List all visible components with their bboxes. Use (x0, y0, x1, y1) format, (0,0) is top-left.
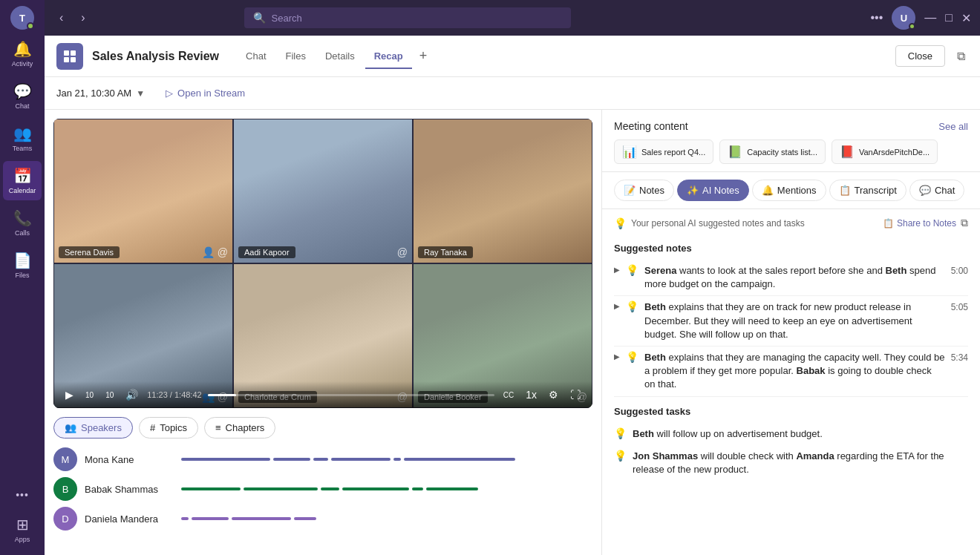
speaker-bar (393, 458, 401, 461)
copy-button[interactable]: ⧉ (961, 217, 968, 229)
fullscreen-button[interactable]: ⛶ (567, 387, 584, 402)
note-time-1: 5:00 (951, 266, 968, 276)
stream-label: Open in Stream (177, 88, 245, 99)
speed-button[interactable]: 1x (523, 387, 540, 402)
sidebar-item-teams[interactable]: 👥 Teams (3, 119, 42, 158)
overlay-icons-2: @ (397, 246, 408, 258)
sidebar-label: Apps (15, 536, 30, 543)
sidebar-item-apps[interactable]: ⊞ Apps (3, 510, 42, 549)
note-expand-2[interactable]: ▶ (614, 301, 620, 310)
meeting-icon (56, 43, 83, 70)
tab-topics[interactable]: # Topics (139, 417, 198, 439)
maximize-icon[interactable]: □ (945, 11, 953, 24)
note-expand-1[interactable]: ▶ (614, 264, 620, 274)
sidebar-item-chat[interactable]: 💬 Chat (3, 76, 42, 116)
speakers-tab-label: Speakers (81, 422, 122, 433)
capacity-file-name: Capacity stats list... (747, 148, 817, 157)
content-file-pitch[interactable]: 📕 VanArsdePitchDe... (832, 139, 938, 164)
mentions-icon: 🔔 (762, 185, 774, 196)
transcript-icon: 📋 (839, 185, 851, 196)
suggested-notes-title: Suggested notes (614, 243, 968, 254)
share-to-notes-button[interactable]: 📋 Share to Notes (883, 218, 956, 229)
video-area: Serena Davis 👤 @ Aadi Kapoor @ (45, 110, 601, 555)
sidebar-item-calendar[interactable]: 📅 Calendar (3, 161, 42, 200)
sidebar-item-files[interactable]: 📄 Files (3, 246, 42, 285)
expand-button[interactable]: ⧉ (954, 47, 968, 66)
forward-button[interactable]: › (75, 8, 91, 27)
note-expand-3[interactable]: ▶ (614, 351, 620, 361)
sidebar-label: Chat (15, 102, 29, 110)
speaker-bars-babak (181, 487, 592, 490)
note-bulb-2: 💡 (626, 301, 638, 312)
mentions-tab-label: Mentions (777, 185, 817, 196)
tab-details[interactable]: Details (316, 45, 364, 69)
at-icon-1: @ (218, 246, 228, 258)
video-cell-1: Serena Davis 👤 @ (53, 119, 233, 263)
settings-button[interactable]: ⚙ (546, 387, 561, 402)
tab-recap[interactable]: Recap (365, 45, 412, 69)
content-file-sales[interactable]: 📊 Sales report Q4... (614, 139, 713, 164)
sidebar-item-more[interactable]: ••• (3, 483, 42, 507)
pitch-file-name: VanArsdePitchDe... (859, 148, 930, 157)
date-selector[interactable]: Jan 21, 10:30 AM ▼ (56, 88, 145, 99)
notes-tab-notes[interactable]: 📝 Notes (614, 180, 674, 201)
content-file-capacity[interactable]: 📗 Capacity stats list... (719, 139, 826, 164)
notes-tab-label: Notes (639, 185, 664, 196)
transcript-tab-label: Transcript (855, 185, 897, 196)
note-time-3: 5:34 (951, 352, 968, 363)
video-grid-inner: Serena Davis 👤 @ Aadi Kapoor @ (53, 119, 592, 408)
teams-icon: 👥 (13, 125, 32, 142)
notes-tab-mentions[interactable]: 🔔 Mentions (752, 180, 826, 201)
user-avatar[interactable]: U (892, 6, 915, 30)
meeting-content-label: Meeting content (614, 120, 688, 132)
video-cell-2: Aadi Kapoor @ (233, 119, 413, 263)
sidebar-label: Calendar (9, 187, 36, 194)
video-progress[interactable] (208, 394, 494, 396)
minimize-icon[interactable]: — (924, 11, 936, 24)
note-item-1: ▶ 💡 Serena wants to look at the sales re… (614, 260, 968, 296)
forward-button[interactable]: 10 (102, 390, 117, 401)
right-panel: Meeting content See all 📊 Sales report Q… (601, 110, 980, 555)
video-progress-fill (208, 394, 237, 396)
speaker-bar (321, 487, 339, 490)
window-close-icon[interactable]: ✕ (961, 11, 971, 25)
speaker-bar-row (181, 517, 592, 520)
notes-tab-chat[interactable]: 💬 Chat (909, 180, 964, 201)
speaker-bars-mona (181, 458, 592, 461)
open-in-stream-button[interactable]: ▷ Open in Stream (166, 88, 245, 99)
speaker-bar (181, 517, 189, 520)
add-tab-button[interactable]: + (414, 45, 434, 67)
notes-tab-ai[interactable]: ✨ AI Notes (677, 180, 749, 201)
back-button[interactable]: ‹ (53, 8, 69, 27)
chapters-tab-label: Chapters (226, 422, 265, 433)
speaker-name-daniela: Daniela Mandera (85, 513, 174, 525)
ai-notes-hint-row: 💡 Your personal AI suggested notes and t… (614, 209, 968, 237)
notes-tab-transcript[interactable]: 📋 Transcript (829, 180, 906, 201)
speaker-bar (181, 458, 270, 461)
sidebar-item-activity[interactable]: 🔔 Activity (3, 34, 42, 73)
video-cell-3: Ray Tanaka (413, 119, 592, 263)
tab-chat[interactable]: Chat (237, 45, 275, 69)
speaker-bar (412, 487, 423, 490)
tab-chapters[interactable]: ≡ Chapters (204, 417, 275, 439)
notes-icon: 📝 (624, 185, 636, 196)
tab-files[interactable]: Files (277, 45, 315, 69)
close-button[interactable]: Close (895, 45, 945, 67)
meeting-title: Sales Analysis Review (92, 50, 219, 63)
sidebar-item-calls[interactable]: 📞 Calls (3, 203, 42, 243)
note-bulb-3: 💡 (626, 351, 638, 363)
play-button[interactable]: ▶ (62, 387, 76, 402)
volume-button[interactable]: 🔊 (122, 387, 141, 402)
sidebar: T 🔔 Activity 💬 Chat 👥 Teams 📅 Calendar 📞… (0, 0, 45, 555)
see-all-button[interactable]: See all (938, 121, 968, 132)
notes-tabs: 📝 Notes ✨ AI Notes 🔔 Mentions 📋 Transcri… (602, 172, 980, 209)
rewind-button[interactable]: 10 (82, 390, 97, 401)
calls-icon: 📞 (13, 209, 32, 227)
search-input[interactable] (272, 13, 562, 24)
tab-speakers[interactable]: 👥 Speakers (53, 417, 133, 439)
speakers-tabs: 👥 Speakers # Topics ≡ Chapters (53, 417, 592, 439)
avatar[interactable]: T (10, 6, 34, 30)
cc-button[interactable]: CC (500, 390, 517, 401)
more-options-icon[interactable]: ••• (871, 11, 883, 24)
sales-file-icon: 📊 (622, 145, 637, 159)
